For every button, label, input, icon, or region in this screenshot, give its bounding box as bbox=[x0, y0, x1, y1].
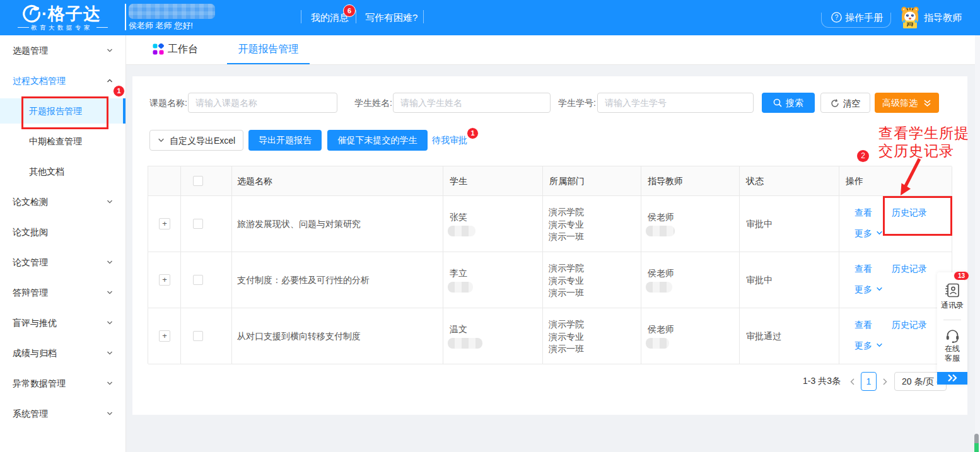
svg-text:?: ? bbox=[835, 14, 839, 21]
